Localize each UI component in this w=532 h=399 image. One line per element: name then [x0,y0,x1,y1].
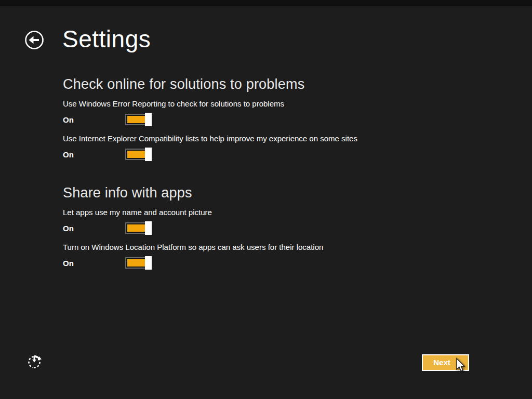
setting-row-ie-compatibility: Use Internet Explorer Compatibility list… [63,134,458,162]
setting-control: On [63,147,458,162]
setting-row-location-platform: Turn on Windows Location Platform so app… [63,242,458,270]
section-heading-check-online: Check online for solutions to problems [63,76,304,92]
setting-control: On [63,112,458,127]
back-button[interactable] [24,30,44,50]
toggle-thumb[interactable] [145,256,152,270]
setting-row-name-account-picture: Let apps use my name and account picture… [63,207,458,235]
toggle-state-label: On [63,115,125,124]
back-arrow-icon [24,30,44,50]
setting-label: Use Internet Explorer Compatibility list… [63,134,458,144]
setting-label: Let apps use my name and account picture [63,207,458,218]
top-edge-strip [0,0,532,6]
page-title: Settings [62,25,151,54]
apps-name-picture-toggle[interactable] [125,221,152,235]
ie-compatibility-toggle[interactable] [125,148,152,161]
toggle-state-label: On [63,150,125,159]
toggle-thumb[interactable] [145,221,152,235]
setting-control: On [63,221,458,235]
setting-label: Turn on Windows Location Platform so app… [63,242,458,252]
setting-control: On [63,256,458,270]
section-heading-share-info: Share info with apps [63,185,192,201]
toggle-thumb[interactable] [145,113,152,126]
toggle-thumb[interactable] [145,148,152,161]
error-reporting-toggle[interactable] [125,113,152,126]
toggle-state-label: On [63,224,125,233]
setting-row-error-reporting: Use Windows Error Reporting to check for… [63,99,458,127]
setting-label: Use Windows Error Reporting to check for… [63,99,458,109]
next-button[interactable]: Next [422,354,469,371]
location-platform-toggle[interactable] [125,256,152,270]
working-busy-icon [26,353,43,370]
toggle-state-label: On [63,259,125,268]
